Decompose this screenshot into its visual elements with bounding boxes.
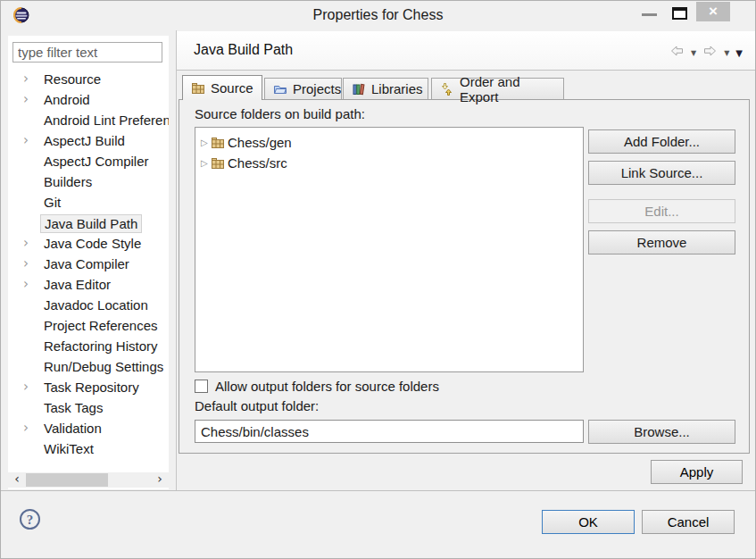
chevron-right-icon: › [23, 377, 36, 397]
add-folder-button[interactable]: Add Folder... [588, 129, 735, 154]
forward-arrow-icon[interactable] [702, 44, 718, 62]
tab-order-and-export[interactable]: Order and Export [431, 78, 564, 99]
sidebar-item-aspectj-compiler[interactable]: AspectJ Compiler [8, 151, 169, 171]
sidebar-item-java-build-path[interactable]: Java Build Path [8, 213, 169, 233]
chevron-right-icon: › [23, 254, 36, 274]
back-arrow-icon[interactable] [669, 44, 685, 62]
chevron-right-icon: › [23, 89, 36, 110]
minimize-icon [642, 13, 657, 16]
scrollbar-thumb[interactable] [26, 473, 108, 487]
source-tab-panel: Source folders on build path: ▷ Chess/ge… [179, 99, 750, 454]
source-folders-label: Source folders on build path: [195, 106, 365, 121]
list-item-label: Chess/gen [228, 135, 292, 150]
tab-label: Order and Export [460, 74, 555, 104]
sidebar-item-wikitext[interactable]: WikiText [8, 438, 169, 459]
allow-output-label: Allow output folders for source folders [215, 379, 439, 394]
sidebar-divider [176, 30, 177, 490]
sidebar-item-project-references[interactable]: Project References [8, 315, 169, 336]
page-title: Java Build Path [194, 42, 293, 58]
expander-icon[interactable]: ▷ [201, 132, 208, 153]
help-icon: ? [27, 513, 34, 527]
edit-button[interactable]: Edit... [588, 199, 735, 223]
libraries-books-icon [352, 82, 366, 96]
projects-folder-icon [273, 82, 287, 96]
ok-button[interactable]: OK [542, 510, 635, 534]
scroll-right-icon[interactable]: › [153, 472, 167, 488]
close-button[interactable]: × [696, 2, 730, 21]
chevron-right-icon: › [23, 274, 36, 295]
filter-input[interactable] [12, 42, 162, 63]
source-folders-list[interactable]: ▷ Chess/gen ▷ [195, 127, 584, 372]
forward-dropdown-icon[interactable]: ▼ [724, 49, 729, 57]
sidebar-item-java-code-style[interactable]: ›Java Code Style [8, 233, 169, 254]
tab-label: Libraries [371, 81, 423, 96]
sidebar: ›Resource ›Android Android Lint Preferen… [8, 36, 169, 489]
preferences-tree: ›Resource ›Android Android Lint Preferen… [8, 69, 169, 459]
sidebar-horizontal-scrollbar[interactable]: ‹ › [8, 472, 169, 488]
link-source-button[interactable]: Link Source... [588, 161, 735, 185]
chevron-right-icon: › [23, 69, 36, 89]
tab-label: Projects [293, 81, 341, 96]
close-icon: × [709, 3, 718, 20]
chevron-right-icon: › [23, 130, 36, 151]
scroll-left-icon[interactable]: ‹ [10, 472, 24, 488]
package-folder-icon [211, 135, 225, 149]
properties-dialog: Properties for Chess × ›Resource ›Androi… [0, 0, 756, 559]
list-item-chess-src[interactable]: ▷ Chess/src [195, 153, 583, 173]
back-dropdown-icon[interactable]: ▼ [691, 49, 696, 57]
list-item-chess-gen[interactable]: ▷ Chess/gen [195, 132, 583, 153]
cancel-button[interactable]: Cancel [642, 510, 735, 534]
apply-button[interactable]: Apply [651, 460, 743, 484]
allow-output-checkbox[interactable] [195, 380, 208, 393]
browse-button[interactable]: Browse... [588, 420, 735, 444]
sidebar-item-task-tags[interactable]: Task Tags [8, 397, 169, 418]
sidebar-item-java-editor[interactable]: ›Java Editor [8, 274, 169, 295]
package-folder-icon [211, 155, 225, 170]
tab-libraries[interactable]: Libraries [343, 78, 428, 99]
history-nav: ▼ ▼ ▼ [669, 44, 743, 62]
list-item-label: Chess/src [228, 155, 287, 171]
sidebar-item-android-lint[interactable]: Android Lint Preferences [8, 110, 169, 130]
minimize-button[interactable] [636, 1, 663, 22]
sidebar-item-aspectj-build[interactable]: ›AspectJ Build [8, 130, 169, 151]
maximize-button[interactable] [667, 1, 694, 22]
view-menu-icon[interactable]: ▼ [735, 48, 743, 58]
sidebar-item-javadoc-location[interactable]: Javadoc Location [8, 295, 169, 315]
footer-bar: ? OK Cancel [1, 491, 755, 559]
chevron-right-icon: › [23, 418, 36, 438]
maximize-icon [672, 7, 687, 20]
sidebar-item-builders[interactable]: Builders [8, 171, 169, 192]
sidebar-item-android[interactable]: ›Android [8, 89, 169, 110]
tab-projects[interactable]: Projects [264, 78, 342, 99]
sidebar-item-java-compiler[interactable]: ›Java Compiler [8, 254, 169, 274]
default-output-label: Default output folder: [195, 398, 319, 413]
sidebar-item-resource[interactable]: ›Resource [8, 69, 169, 89]
expander-icon[interactable]: ▷ [201, 153, 208, 173]
sidebar-item-git[interactable]: Git [8, 192, 169, 213]
tab-label: Source [211, 80, 253, 96]
sidebar-item-task-repository[interactable]: ›Task Repository [8, 377, 169, 397]
sidebar-item-refactoring-history[interactable]: Refactoring History [8, 336, 169, 356]
default-output-input[interactable] [195, 420, 584, 443]
tab-source[interactable]: Source [182, 75, 262, 100]
source-folder-icon [191, 81, 205, 96]
sidebar-item-run-debug-settings[interactable]: Run/Debug Settings [8, 356, 169, 377]
remove-button[interactable]: Remove [588, 230, 735, 254]
titlebar: Properties for Chess × [1, 1, 755, 29]
order-export-arrows-icon [440, 82, 454, 96]
help-button[interactable]: ? [20, 509, 40, 530]
page-header: Java Build Path ▼ ▼ ▼ [177, 31, 756, 71]
chevron-right-icon: › [23, 233, 36, 254]
sidebar-item-validation[interactable]: ›Validation [8, 418, 169, 438]
